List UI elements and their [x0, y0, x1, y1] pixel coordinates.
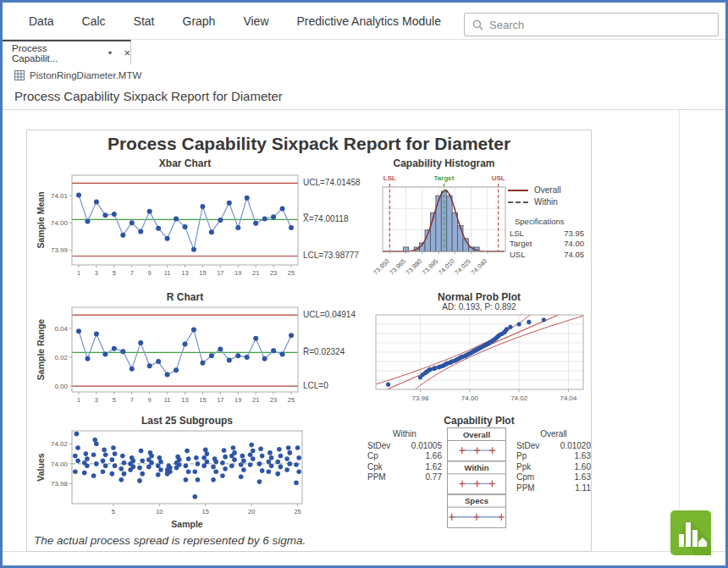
data-point	[76, 192, 81, 197]
axis-text: 3	[95, 269, 98, 277]
data-point	[130, 220, 135, 225]
data-point	[148, 450, 153, 455]
stat-row: Ppk1.60	[516, 462, 591, 473]
axis-text: 5	[113, 269, 116, 277]
capplot-intervals[interactable]: OverallWithinSpecs	[447, 427, 508, 530]
minitab-icon[interactable]	[670, 510, 711, 555]
axis-text: 5	[112, 508, 115, 516]
capability-histogram[interactable]: Capability Histogram LSLTargetUSL73.9507…	[367, 157, 591, 293]
r-chart[interactable]: R Chart 0.000.020.0413579111315171921232…	[34, 291, 383, 418]
data-point	[508, 325, 512, 329]
axis-text: 73.995	[421, 257, 440, 277]
axis-text: 11	[164, 269, 171, 277]
axis-text: 25	[288, 396, 295, 404]
stat-row: PPM1.11	[516, 483, 591, 494]
series-line	[79, 195, 291, 249]
data-point	[212, 456, 218, 461]
data-point	[120, 454, 125, 459]
data-point	[111, 445, 116, 450]
menu-item-calc[interactable]: Calc	[82, 14, 106, 28]
stat-value: 0.01020	[560, 441, 591, 452]
data-point	[166, 463, 171, 468]
data-point	[101, 470, 106, 475]
data-point	[194, 455, 199, 460]
axis-text: 73.98	[411, 394, 429, 402]
data-point	[165, 372, 170, 377]
capability-plot[interactable]: Capability Plot WithinStDev0.01005Cp1.66…	[367, 415, 591, 550]
data-point	[227, 357, 232, 362]
data-point	[103, 452, 108, 457]
plot-border	[72, 307, 298, 392]
stat-label: PPM	[516, 483, 535, 494]
data-point	[102, 448, 107, 453]
data-point	[280, 352, 285, 357]
histogram-bar	[447, 196, 452, 251]
data-point	[218, 218, 223, 223]
menu-item-predictive-analytics[interactable]: Predictive Analytics Module	[297, 14, 441, 28]
data-point	[112, 346, 117, 351]
histogram-legend: OverallWithin	[508, 185, 591, 208]
spec-value: 74.00	[564, 239, 584, 250]
data-point	[94, 461, 99, 466]
data-point	[119, 477, 124, 483]
data-point	[211, 477, 216, 483]
menu-item-graph[interactable]: Graph	[183, 14, 216, 28]
axis-text: 74.025	[453, 257, 472, 277]
axis-text: 9	[148, 396, 152, 404]
axis-text: 13	[181, 396, 188, 404]
data-point	[147, 209, 152, 214]
worksheet-name: PistonRingDiameter.MTW	[30, 70, 141, 80]
data-point	[130, 367, 135, 372]
r-chart-plot[interactable]: 0.000.020.04135791113151719212325Sample …	[34, 302, 383, 416]
data-point	[137, 466, 142, 471]
axis-text: 0.00	[54, 383, 68, 390]
data-point	[146, 457, 152, 462]
axis-text: 9	[148, 269, 152, 277]
data-point	[76, 328, 81, 334]
tab-close-icon[interactable]: ×	[124, 49, 130, 58]
tab-label: Process Capabilit...	[12, 43, 91, 63]
xbar-chart-plot[interactable]: 73.9974.0074.01135791113151719212325Samp…	[34, 168, 383, 289]
data-point	[248, 452, 253, 457]
data-point	[73, 470, 78, 475]
data-point	[156, 359, 161, 364]
probplot-plot[interactable]: 73.9874.0074.0274.04	[367, 313, 591, 405]
last25-plot[interactable]: 73.9874.0074.02510152025ValuesSample	[34, 426, 383, 538]
tab-process-capability[interactable]: Process Capabilit... ▼ ×	[3, 40, 131, 64]
normal-prob-plot[interactable]: Normal Prob Plot AD: 0.193, P: 0.892 73.…	[367, 291, 591, 411]
data-point	[294, 462, 299, 467]
axis-text: 74.04	[560, 394, 577, 402]
tab-dropdown-icon[interactable]: ▼	[107, 50, 113, 56]
axis-text: 0.04	[54, 325, 68, 333]
data-point	[527, 320, 531, 324]
histogram-bar	[452, 212, 457, 251]
data-point	[156, 472, 161, 477]
menu-item-view[interactable]: View	[243, 14, 268, 28]
capplot-overall-stats: OverallStDev0.01020Pp1.63Ppk1.60Cpm1.63P…	[516, 429, 591, 494]
axis-text: 17	[217, 269, 223, 277]
menu-item-data[interactable]: Data	[29, 14, 54, 28]
data-point	[239, 462, 244, 467]
data-point	[269, 463, 274, 468]
worksheet-link[interactable]: PistonRingDiameter.MTW	[14, 70, 141, 80]
data-point	[156, 463, 161, 468]
xbar-chart[interactable]: Xbar Chart 73.9974.0074.0113579111315171…	[34, 157, 383, 291]
axis-text: 25	[288, 269, 295, 277]
axis-text: 1	[77, 396, 80, 404]
stat-label: Cp	[367, 451, 378, 462]
stats-title: Overall	[516, 429, 591, 440]
data-point	[174, 216, 179, 221]
data-point	[186, 470, 191, 475]
data-point	[223, 466, 228, 471]
data-point	[239, 474, 244, 479]
data-point	[138, 229, 143, 234]
axis-text: 73.965	[388, 257, 407, 277]
last25-subgroups-chart[interactable]: Last 25 Subgroups 73.9874.0074.025101520…	[34, 415, 383, 540]
data-point	[241, 467, 246, 472]
data-point	[192, 494, 197, 499]
spec-value: 74.05	[564, 250, 584, 261]
data-point	[253, 221, 258, 226]
search-input[interactable]: Search	[464, 13, 719, 36]
menu-item-stat[interactable]: Stat	[134, 14, 155, 28]
data-point	[209, 353, 214, 358]
